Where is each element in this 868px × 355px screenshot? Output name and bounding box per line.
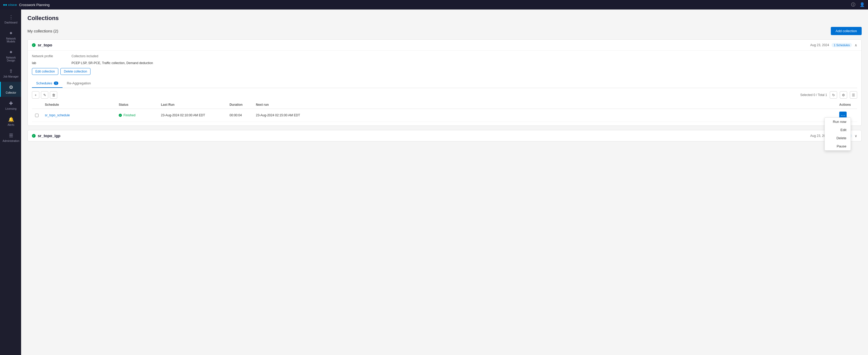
sidebar-item-licensing[interactable]: ✚ Licensing: [0, 98, 21, 113]
table-row: sr_topo_schedule ✓ Finished 23-Aug-2024 …: [32, 109, 857, 122]
job-manager-icon: ⇧: [9, 68, 13, 74]
sidebar-item-dashboard[interactable]: ⋮ Dashboard: [0, 11, 21, 27]
sidebar-item-network-models[interactable]: ✦ Network Models: [0, 28, 21, 45]
sidebar-label-network-models: Network Models: [3, 37, 19, 43]
sidebar-label-licensing: Licensing: [5, 107, 17, 110]
filter-button[interactable]: ☰: [850, 91, 857, 99]
schedule-table: Schedule Status Last Run Duration Next r…: [32, 101, 857, 122]
delete-schedule-button[interactable]: 🗑: [50, 91, 57, 99]
collection-collapse-button[interactable]: ∧: [855, 43, 857, 47]
sidebar-item-administration[interactable]: ☰ Administration: [0, 130, 21, 145]
cisco-logo: ■■ cisco: [3, 3, 17, 6]
collections-header: My collections (2) Add collection: [27, 27, 862, 35]
sidebar-label-alerts: Alerts: [8, 123, 14, 126]
alerts-icon: 🔔: [8, 117, 14, 122]
row-checkbox-cell: [32, 109, 42, 122]
collection-date: Aug 23, 2024: [810, 43, 829, 47]
network-models-icon: ✦: [9, 30, 13, 36]
row-actions: ⋯ Run now Edit Delete Pause: [836, 109, 857, 122]
collection-name-row: ✓ sr_topo: [32, 43, 52, 47]
add-schedule-button[interactable]: +: [32, 91, 39, 99]
refresh-button[interactable]: ↻: [830, 91, 837, 99]
profile-values-row: lab PCEP LSP, SR-PCE, Traffic collection…: [32, 61, 857, 65]
sidebar-label-administration: Administration: [3, 139, 19, 142]
collection-card-sr-topo-igp: ✓ sr_topo_igp Aug 23, 2024 1 Schedules ∨: [27, 130, 862, 141]
profile-label: Network profile: [32, 54, 66, 58]
row-status: ✓ Finished: [116, 109, 158, 122]
sidebar-label-dashboard: Dashboard: [4, 21, 18, 24]
collections-count: My collections (2): [27, 29, 58, 33]
sidebar: ⋮ Dashboard ✦ Network Models ✦ Network D…: [0, 9, 21, 355]
dropdown-item-pause[interactable]: Pause: [825, 142, 850, 150]
col-header-duration: Duration: [226, 101, 253, 109]
edit-schedule-button[interactable]: ✎: [41, 91, 48, 99]
settings-button[interactable]: ⚙: [840, 91, 847, 99]
collection-expand-button-igp[interactable]: ∨: [855, 134, 857, 138]
toolbar-left: + ✎ 🗑: [32, 91, 57, 99]
col-header-nextrun: Next run: [253, 101, 836, 109]
table-body: sr_topo_schedule ✓ Finished 23-Aug-2024 …: [32, 109, 857, 122]
network-design-icon: ✦: [9, 49, 13, 55]
dropdown-item-delete[interactable]: Delete: [825, 134, 850, 142]
profile-value: lab: [32, 61, 66, 65]
status-text: Finished: [123, 114, 135, 117]
tab-re-aggregation-label: Re-Aggregation: [67, 81, 91, 85]
sidebar-item-collector[interactable]: ⚙ Collector: [0, 82, 21, 97]
col-header-schedule: Schedule: [42, 101, 116, 109]
tab-schedules-label: Schedules: [36, 81, 52, 85]
row-schedule-name: sr_topo_schedule: [42, 109, 116, 122]
page-title: Collections: [27, 15, 862, 22]
dropdown-item-edit[interactable]: Edit: [825, 126, 850, 134]
row-next-run: 23-Aug-2024 02:15:00 AM EDT: [253, 109, 836, 122]
collection-meta-right: Aug 23, 2024 1 Schedules ∧: [810, 43, 857, 47]
sidebar-item-job-manager[interactable]: ⇧ Job Manager: [0, 66, 21, 81]
user-icon[interactable]: 👤: [860, 2, 865, 8]
profile-row: Network profile Collectors included: [32, 54, 857, 58]
content-area: Collections My collections (2) Add colle…: [21, 9, 868, 355]
collection-name-row-igp: ✓ sr_topo_igp: [32, 133, 60, 138]
actions-dropdown-menu: Run now Edit Delete Pause: [825, 117, 851, 151]
col-header-actions: Actions: [836, 101, 857, 109]
sidebar-item-network-design[interactable]: ✦ Network Design: [0, 47, 21, 65]
collection-status-dot-igp: ✓: [32, 134, 36, 138]
dropdown-item-run-now[interactable]: Run now: [825, 118, 850, 126]
licensing-icon: ✚: [9, 100, 13, 106]
collectors-value: PCEP LSP, SR-PCE, Traffic collection, De…: [71, 61, 153, 65]
delete-collection-button[interactable]: Delete collection: [60, 68, 91, 75]
sidebar-label-network-design: Network Design: [3, 56, 19, 62]
collection-name-igp: sr_topo_igp: [38, 133, 60, 138]
edit-collection-button[interactable]: Edit collection: [32, 68, 58, 75]
collection-header-sr-topo-igp: ✓ sr_topo_igp Aug 23, 2024 1 Schedules ∨: [28, 130, 861, 141]
row-checkbox[interactable]: [35, 114, 38, 117]
collection-card-sr-topo: ✓ sr_topo Aug 23, 2024 1 Schedules ∧ Net…: [27, 39, 862, 126]
col-header-lastrun: Last Run: [158, 101, 226, 109]
col-header-status: Status: [116, 101, 158, 109]
collection-header-sr-topo: ✓ sr_topo Aug 23, 2024 1 Schedules ∧: [28, 39, 861, 51]
administration-icon: ☰: [9, 133, 13, 138]
sidebar-label-job-manager: Job Manager: [3, 75, 19, 78]
tab-schedules[interactable]: Schedules 1: [32, 79, 63, 88]
schedule-toolbar: + ✎ 🗑 Selected 0 / Total 1 ↻ ⚙ ☰: [32, 91, 857, 99]
sidebar-label-collector: Collector: [6, 91, 16, 94]
schedules-badge: 1 Schedules: [832, 43, 852, 47]
add-collection-button[interactable]: Add collection: [831, 27, 862, 35]
status-finished-icon: ✓: [119, 114, 122, 117]
tabs-row: Schedules 1 Re-Aggregation: [32, 79, 857, 88]
top-nav: ■■ cisco Crosswork Planning ⓘ 👤: [0, 0, 868, 9]
help-icon[interactable]: ⓘ: [851, 2, 855, 8]
collectors-label: Collectors included: [71, 54, 106, 58]
sidebar-item-alerts[interactable]: 🔔 Alerts: [0, 114, 21, 129]
top-nav-right: ⓘ 👤: [851, 2, 865, 8]
toolbar-right: Selected 0 / Total 1 ↻ ⚙ ☰: [800, 91, 857, 99]
selection-info: Selected 0 / Total 1: [800, 93, 827, 97]
row-last-run: 23-Aug-2024 02:10:00 AM EDT: [158, 109, 226, 122]
collection-status-dot: ✓: [32, 43, 36, 47]
app-title: Crosswork Planning: [19, 3, 50, 7]
main-layout: ⋮ Dashboard ✦ Network Models ✦ Network D…: [0, 9, 868, 355]
table-header: Schedule Status Last Run Duration Next r…: [32, 101, 857, 109]
schedule-name-link[interactable]: sr_topo_schedule: [45, 114, 70, 117]
tab-re-aggregation[interactable]: Re-Aggregation: [63, 79, 95, 88]
collection-name-sr-topo: sr_topo: [38, 43, 52, 47]
collection-action-buttons: Edit collection Delete collection: [32, 68, 857, 75]
dashboard-icon: ⋮: [9, 14, 13, 20]
